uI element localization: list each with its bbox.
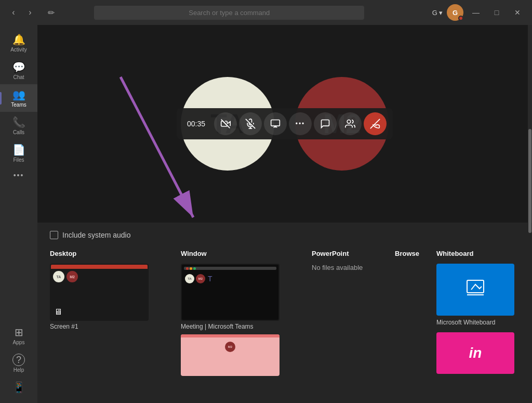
search-input[interactable] [94, 6, 364, 20]
sidebar-item-device[interactable]: 📱 [0, 377, 37, 399]
back-button[interactable]: ‹ [6, 5, 21, 20]
sidebar: 🔔 Activity 💬 Chat 👥 Teams 📞 Calls 📄 File… [0, 25, 37, 403]
close-button[interactable]: ✕ [509, 4, 526, 21]
window-thumbnail-container: TA M2 T Meeting | Microsoft Teams [181, 264, 312, 330]
end-call-button[interactable] [364, 112, 387, 135]
no-files-label: No files available [312, 264, 395, 271]
thumb2-bar [181, 334, 280, 337]
whiteboard-section-title: Whiteboard [436, 250, 520, 257]
min-dot [190, 267, 192, 270]
sidebar-label-help: Help [14, 367, 24, 373]
chat-button[interactable] [314, 112, 337, 135]
activity-icon: 🔔 [12, 33, 25, 46]
system-audio-checkbox[interactable] [50, 231, 58, 239]
close-dot [186, 267, 189, 270]
share-screen-button[interactable] [264, 112, 287, 135]
user-initial-label: G [432, 9, 437, 17]
status-dot [458, 16, 463, 21]
thumb-content: TA M2 [51, 269, 148, 284]
system-audio-row: Include system audio [50, 231, 520, 239]
screen1-label: Screen #1 [50, 323, 181, 330]
whiteboard-section: Whiteboard Microsoft Whiteboard [436, 250, 520, 374]
minimize-button[interactable]: — [468, 4, 484, 21]
more-icon: ••• [14, 171, 24, 179]
files-icon: 📄 [12, 144, 25, 156]
ppt-section-title: PowerPoint [312, 250, 395, 257]
sidebar-item-more[interactable]: ••• [0, 167, 37, 185]
mini-ta: TA [53, 271, 64, 282]
teams-icon: 👥 [12, 88, 25, 101]
mute-button[interactable] [239, 112, 262, 135]
second-window-thumbnail[interactable]: M2 [181, 334, 280, 376]
svg-rect-6 [271, 120, 280, 126]
video-off-icon [220, 119, 231, 129]
desktop-section-title: Desktop [50, 250, 181, 257]
window-inner: TA M2 T [182, 265, 278, 288]
sidebar-item-activity[interactable]: 🔔 Activity [0, 29, 37, 57]
video-off-button[interactable] [214, 112, 237, 135]
sidebar-item-apps[interactable]: ⊞ Apps [0, 322, 37, 349]
sidebar-label-activity: Activity [10, 47, 27, 53]
mini-m2: M2 [66, 271, 78, 282]
max-dot [193, 267, 196, 270]
window-bar [184, 267, 276, 270]
system-audio-label: Include system audio [62, 231, 131, 239]
whiteboard-thumbnail[interactable] [436, 264, 514, 316]
sidebar-item-chat[interactable]: 💬 Chat [0, 57, 37, 84]
sidebar-label-files: Files [13, 157, 24, 163]
title-bar: ‹ › ✏ G ▾ G — □ ✕ [0, 0, 532, 25]
browse-section-title: Browse [395, 250, 436, 257]
whiteboard-label: Microsoft Whiteboard [436, 319, 520, 326]
share-panel: Include system audio Desktop TA M2 [37, 223, 532, 403]
teams-logo-mini: T [208, 275, 212, 283]
end-call-icon [370, 119, 380, 129]
more-dots-icon: ••• [296, 120, 305, 127]
desktop-thumb-preview: TA M2 🖥 [51, 265, 148, 320]
svg-point-8 [347, 120, 351, 124]
browse-section: Browse [395, 250, 436, 264]
chat-icon-ctrl [320, 119, 330, 129]
sidebar-item-help[interactable]: ? Help [0, 349, 37, 377]
sidebar-item-teams[interactable]: 👥 Teams [0, 84, 37, 112]
share-screen-icon [270, 119, 281, 129]
mini-circle-m22: M2 [196, 274, 205, 283]
content-area: TA M2 00:35 [37, 25, 532, 403]
device-icon: 📱 [12, 381, 25, 394]
sidebar-label-chat: Chat [13, 74, 24, 80]
window-thumbnail[interactable]: TA M2 T [181, 264, 280, 321]
call-controls: 00:35 [177, 108, 393, 139]
apps-icon: ⊞ [15, 326, 23, 339]
title-right: G ▾ G — □ ✕ [432, 4, 526, 21]
share-sections: Desktop TA M2 🖥 S [50, 250, 520, 376]
mini-circle3: M2 [225, 342, 235, 352]
thumb-bar [51, 265, 148, 269]
main-layout: 🔔 Activity 💬 Chat 👥 Teams 📞 Calls 📄 File… [0, 25, 532, 403]
scrollbar[interactable] [528, 25, 532, 223]
invision-icon: in [469, 345, 482, 361]
window-thumb-preview: TA M2 T [182, 265, 278, 320]
calls-icon: 📞 [12, 116, 25, 128]
desktop-thumbnail-container: TA M2 🖥 Screen #1 [50, 264, 181, 330]
more-options-button[interactable]: ••• [289, 112, 312, 135]
user-menu[interactable]: G ▾ [432, 9, 443, 17]
participants-button[interactable] [339, 112, 362, 135]
window-section: Window [181, 250, 312, 376]
avatar[interactable]: G [447, 4, 463, 21]
desktop-thumbnail[interactable]: TA M2 🖥 [50, 264, 149, 321]
meeting-teams-label: Meeting | Microsoft Teams [181, 323, 312, 330]
sidebar-item-calls[interactable]: 📞 Calls [0, 112, 37, 139]
sidebar-item-files[interactable]: 📄 Files [0, 139, 37, 167]
nav-buttons: ‹ › [6, 5, 37, 20]
mic-off-icon [245, 119, 256, 129]
user-dropdown-icon: ▾ [439, 9, 443, 17]
monitor-icon: 🖥 [54, 307, 62, 317]
compose-button[interactable]: ✏ [44, 5, 58, 20]
sidebar-label-calls: Calls [13, 129, 24, 135]
powerpoint-section: PowerPoint No files available [312, 250, 395, 271]
forward-button[interactable]: › [23, 5, 37, 20]
sidebar-label-apps: Apps [13, 340, 25, 345]
help-icon: ? [12, 354, 25, 366]
participants-icon [345, 119, 355, 129]
invision-thumbnail[interactable]: in [436, 332, 514, 374]
maximize-button[interactable]: □ [488, 4, 505, 21]
